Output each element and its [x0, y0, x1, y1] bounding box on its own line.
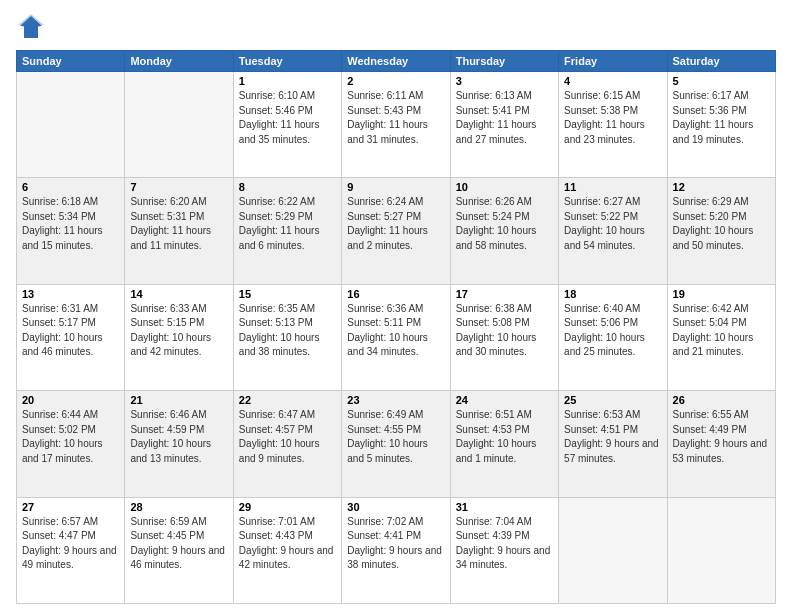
calendar-cell: 21Sunrise: 6:46 AMSunset: 4:59 PMDayligh…	[125, 391, 233, 497]
calendar-week-4: 20Sunrise: 6:44 AMSunset: 5:02 PMDayligh…	[17, 391, 776, 497]
day-info: Sunrise: 6:35 AMSunset: 5:13 PMDaylight:…	[239, 302, 336, 360]
day-info: Sunrise: 6:22 AMSunset: 5:29 PMDaylight:…	[239, 195, 336, 253]
day-number: 12	[673, 181, 770, 193]
day-info: Sunrise: 6:13 AMSunset: 5:41 PMDaylight:…	[456, 89, 553, 147]
header	[16, 12, 776, 42]
day-number: 23	[347, 394, 444, 406]
calendar-cell: 3Sunrise: 6:13 AMSunset: 5:41 PMDaylight…	[450, 72, 558, 178]
calendar-cell: 15Sunrise: 6:35 AMSunset: 5:13 PMDayligh…	[233, 284, 341, 390]
day-number: 19	[673, 288, 770, 300]
day-number: 21	[130, 394, 227, 406]
calendar-cell: 17Sunrise: 6:38 AMSunset: 5:08 PMDayligh…	[450, 284, 558, 390]
day-number: 5	[673, 75, 770, 87]
calendar-cell	[559, 497, 667, 603]
calendar-cell: 14Sunrise: 6:33 AMSunset: 5:15 PMDayligh…	[125, 284, 233, 390]
day-number: 14	[130, 288, 227, 300]
weekday-header-wednesday: Wednesday	[342, 51, 450, 72]
calendar-cell: 22Sunrise: 6:47 AMSunset: 4:57 PMDayligh…	[233, 391, 341, 497]
day-number: 3	[456, 75, 553, 87]
day-number: 30	[347, 501, 444, 513]
calendar-cell: 8Sunrise: 6:22 AMSunset: 5:29 PMDaylight…	[233, 178, 341, 284]
calendar-cell: 23Sunrise: 6:49 AMSunset: 4:55 PMDayligh…	[342, 391, 450, 497]
day-info: Sunrise: 6:40 AMSunset: 5:06 PMDaylight:…	[564, 302, 661, 360]
calendar-cell: 9Sunrise: 6:24 AMSunset: 5:27 PMDaylight…	[342, 178, 450, 284]
calendar-cell: 7Sunrise: 6:20 AMSunset: 5:31 PMDaylight…	[125, 178, 233, 284]
day-info: Sunrise: 6:42 AMSunset: 5:04 PMDaylight:…	[673, 302, 770, 360]
day-info: Sunrise: 6:24 AMSunset: 5:27 PMDaylight:…	[347, 195, 444, 253]
weekday-header-sunday: Sunday	[17, 51, 125, 72]
day-info: Sunrise: 6:44 AMSunset: 5:02 PMDaylight:…	[22, 408, 119, 466]
day-info: Sunrise: 7:04 AMSunset: 4:39 PMDaylight:…	[456, 515, 553, 573]
day-number: 31	[456, 501, 553, 513]
calendar-cell: 20Sunrise: 6:44 AMSunset: 5:02 PMDayligh…	[17, 391, 125, 497]
weekday-header-tuesday: Tuesday	[233, 51, 341, 72]
day-number: 7	[130, 181, 227, 193]
day-info: Sunrise: 6:11 AMSunset: 5:43 PMDaylight:…	[347, 89, 444, 147]
calendar-cell: 28Sunrise: 6:59 AMSunset: 4:45 PMDayligh…	[125, 497, 233, 603]
calendar-cell: 26Sunrise: 6:55 AMSunset: 4:49 PMDayligh…	[667, 391, 775, 497]
day-info: Sunrise: 6:53 AMSunset: 4:51 PMDaylight:…	[564, 408, 661, 466]
calendar-cell: 19Sunrise: 6:42 AMSunset: 5:04 PMDayligh…	[667, 284, 775, 390]
day-number: 9	[347, 181, 444, 193]
day-info: Sunrise: 6:20 AMSunset: 5:31 PMDaylight:…	[130, 195, 227, 253]
day-number: 8	[239, 181, 336, 193]
calendar-cell: 27Sunrise: 6:57 AMSunset: 4:47 PMDayligh…	[17, 497, 125, 603]
day-info: Sunrise: 6:10 AMSunset: 5:46 PMDaylight:…	[239, 89, 336, 147]
day-number: 4	[564, 75, 661, 87]
day-info: Sunrise: 6:51 AMSunset: 4:53 PMDaylight:…	[456, 408, 553, 466]
calendar-cell: 5Sunrise: 6:17 AMSunset: 5:36 PMDaylight…	[667, 72, 775, 178]
page: SundayMondayTuesdayWednesdayThursdayFrid…	[0, 0, 792, 612]
calendar-cell: 10Sunrise: 6:26 AMSunset: 5:24 PMDayligh…	[450, 178, 558, 284]
calendar-cell	[17, 72, 125, 178]
day-info: Sunrise: 6:29 AMSunset: 5:20 PMDaylight:…	[673, 195, 770, 253]
day-number: 10	[456, 181, 553, 193]
calendar-table: SundayMondayTuesdayWednesdayThursdayFrid…	[16, 50, 776, 604]
day-info: Sunrise: 6:33 AMSunset: 5:15 PMDaylight:…	[130, 302, 227, 360]
day-info: Sunrise: 6:57 AMSunset: 4:47 PMDaylight:…	[22, 515, 119, 573]
calendar-cell: 13Sunrise: 6:31 AMSunset: 5:17 PMDayligh…	[17, 284, 125, 390]
day-number: 1	[239, 75, 336, 87]
day-info: Sunrise: 6:27 AMSunset: 5:22 PMDaylight:…	[564, 195, 661, 253]
calendar-cell: 24Sunrise: 6:51 AMSunset: 4:53 PMDayligh…	[450, 391, 558, 497]
day-number: 27	[22, 501, 119, 513]
calendar-cell	[125, 72, 233, 178]
calendar-week-3: 13Sunrise: 6:31 AMSunset: 5:17 PMDayligh…	[17, 284, 776, 390]
calendar-cell: 25Sunrise: 6:53 AMSunset: 4:51 PMDayligh…	[559, 391, 667, 497]
logo-icon	[16, 12, 46, 42]
day-info: Sunrise: 6:18 AMSunset: 5:34 PMDaylight:…	[22, 195, 119, 253]
calendar-cell	[667, 497, 775, 603]
day-number: 25	[564, 394, 661, 406]
day-info: Sunrise: 6:59 AMSunset: 4:45 PMDaylight:…	[130, 515, 227, 573]
day-number: 11	[564, 181, 661, 193]
weekday-header-thursday: Thursday	[450, 51, 558, 72]
calendar-cell: 18Sunrise: 6:40 AMSunset: 5:06 PMDayligh…	[559, 284, 667, 390]
calendar-cell: 2Sunrise: 6:11 AMSunset: 5:43 PMDaylight…	[342, 72, 450, 178]
calendar-cell: 30Sunrise: 7:02 AMSunset: 4:41 PMDayligh…	[342, 497, 450, 603]
day-number: 2	[347, 75, 444, 87]
day-info: Sunrise: 6:26 AMSunset: 5:24 PMDaylight:…	[456, 195, 553, 253]
day-info: Sunrise: 6:36 AMSunset: 5:11 PMDaylight:…	[347, 302, 444, 360]
day-info: Sunrise: 6:55 AMSunset: 4:49 PMDaylight:…	[673, 408, 770, 466]
calendar-cell: 4Sunrise: 6:15 AMSunset: 5:38 PMDaylight…	[559, 72, 667, 178]
day-info: Sunrise: 6:49 AMSunset: 4:55 PMDaylight:…	[347, 408, 444, 466]
weekday-header-monday: Monday	[125, 51, 233, 72]
day-info: Sunrise: 6:31 AMSunset: 5:17 PMDaylight:…	[22, 302, 119, 360]
calendar-cell: 1Sunrise: 6:10 AMSunset: 5:46 PMDaylight…	[233, 72, 341, 178]
day-number: 17	[456, 288, 553, 300]
calendar-cell: 16Sunrise: 6:36 AMSunset: 5:11 PMDayligh…	[342, 284, 450, 390]
calendar-cell: 11Sunrise: 6:27 AMSunset: 5:22 PMDayligh…	[559, 178, 667, 284]
day-number: 18	[564, 288, 661, 300]
calendar-cell: 31Sunrise: 7:04 AMSunset: 4:39 PMDayligh…	[450, 497, 558, 603]
day-number: 16	[347, 288, 444, 300]
day-number: 24	[456, 394, 553, 406]
day-info: Sunrise: 6:47 AMSunset: 4:57 PMDaylight:…	[239, 408, 336, 466]
calendar-week-5: 27Sunrise: 6:57 AMSunset: 4:47 PMDayligh…	[17, 497, 776, 603]
day-number: 22	[239, 394, 336, 406]
day-number: 13	[22, 288, 119, 300]
day-number: 28	[130, 501, 227, 513]
day-number: 15	[239, 288, 336, 300]
weekday-header-friday: Friday	[559, 51, 667, 72]
day-info: Sunrise: 7:02 AMSunset: 4:41 PMDaylight:…	[347, 515, 444, 573]
calendar-cell: 12Sunrise: 6:29 AMSunset: 5:20 PMDayligh…	[667, 178, 775, 284]
day-number: 20	[22, 394, 119, 406]
